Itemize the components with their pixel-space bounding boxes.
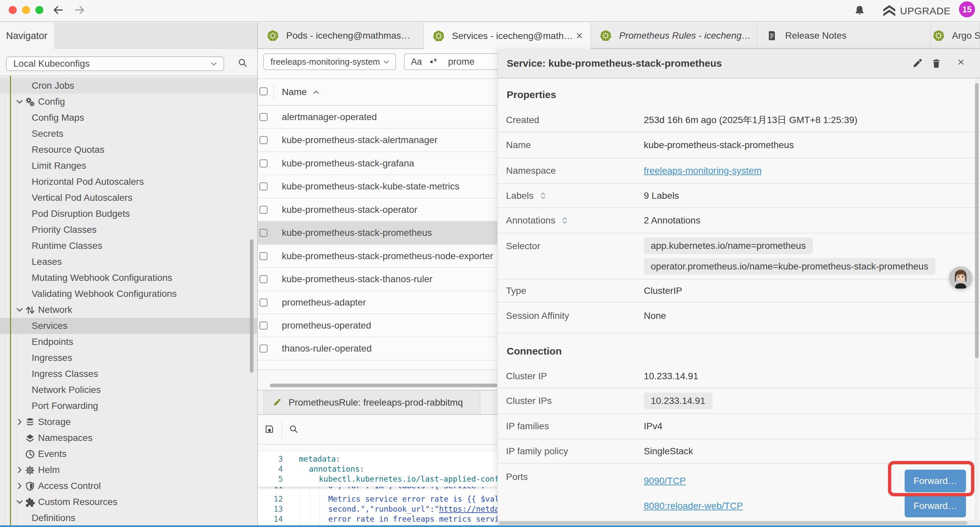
search-input[interactable]: Aa ▪* prome [404,53,501,70]
upgrade-icon[interactable] [882,4,897,18]
row-checkbox[interactable] [259,275,267,283]
row-checkbox[interactable] [259,322,267,330]
kubeconfig-select[interactable]: Local Kubeconfigs [6,56,224,71]
drawer-delete-button[interactable] [931,58,942,69]
sidebar-item-helm[interactable]: Helm [0,462,257,478]
namespaces-layers-icon [25,433,35,444]
tab-argo[interactable]: Argo Se [931,23,980,48]
forward-button-8080[interactable]: Forward… [905,495,966,517]
drawer-edit-button[interactable] [912,58,923,69]
sidebar-search-button[interactable] [237,58,248,68]
sidebar-item-limit-ranges[interactable]: Limit Ranges [0,158,257,174]
tree-right-chevron-icon[interactable] [15,481,25,491]
sidebar-item-validating-webhook-configurations[interactable]: Validating Webhook Configurations [0,286,257,302]
sidebar-item-custom-resources[interactable]: Custom Resources [0,494,257,510]
sidebar-item-label: Definitions [32,513,75,523]
sidebar-item-horizontal-pod-autoscalers[interactable]: Horizontal Pod Autoscalers [0,174,257,190]
expand-toggle[interactable] [561,215,570,226]
row-checkbox[interactable] [259,206,267,214]
sidebar-item-resource-quotas[interactable]: Resource Quotas [0,142,257,158]
row-checkbox[interactable] [259,299,267,307]
sort-caret-icon[interactable] [312,88,320,96]
history-forward-button[interactable] [74,4,86,16]
sidebar-item-vertical-pod-autoscalers[interactable]: Vertical Pod Autoscalers [0,190,257,206]
tab-close-button[interactable] [575,31,584,40]
sidebar-item-network-policies[interactable]: Network Policies [0,382,257,398]
expand-toggle[interactable] [539,191,548,201]
sidebar-item-endpoints[interactable]: Endpoints [0,334,257,350]
search-icon [289,424,299,434]
sidebar-item-priority-classes[interactable]: Priority Classes [0,222,257,238]
row-checkbox[interactable] [259,229,267,237]
tree-down-chevron-icon[interactable] [15,305,25,315]
port-link-8080[interactable]: 8080:reloader-web/TCP [644,501,743,511]
sidebar-item-runtime-classes[interactable]: Runtime Classes [0,238,257,254]
traffic-light-minimize[interactable] [22,6,30,14]
service-name: prometheus-operated [282,314,371,337]
tab-services[interactable]: Services - icecheng@math… [424,23,591,49]
editor-search-button[interactable] [289,424,299,434]
sidebar-item-storage[interactable]: Storage [0,414,257,430]
namespace-select-value: freeleaps-monitoring-system [270,57,380,67]
sidebar-item-mutating-webhook-configurations[interactable]: Mutating Webhook Configurations [0,270,257,286]
traffic-light-close[interactable] [9,6,17,14]
row-checkbox[interactable] [259,113,267,121]
tree-down-chevron-icon[interactable] [15,97,25,107]
sidebar-item-config[interactable]: Config [0,94,257,110]
sidebar-item-namespaces[interactable]: Namespaces [0,430,257,446]
tree-down-chevron-icon[interactable] [15,497,25,507]
upgrade-chevrons-icon [882,4,897,18]
tab-release-notes[interactable]: Release Notes [757,23,931,48]
drawer-close-button[interactable] [957,58,968,69]
history-back-button[interactable] [52,4,64,16]
drawer-hscrollbar-thumb[interactable] [499,521,967,525]
sidebar-item-network[interactable]: Network [0,302,257,318]
notifications-bell-button[interactable] [854,5,865,16]
regex-toggle[interactable]: ▪* [430,57,437,67]
save-button[interactable] [264,424,275,434]
toolbar-divider [282,420,282,438]
line-number: 5 [258,474,283,484]
row-checkbox[interactable] [259,159,267,167]
tab-prometheus-rules[interactable]: Prometheus Rules - icecheng… [591,23,757,48]
sidebar-item-definitions[interactable]: Definitions [0,510,257,526]
namespace-link[interactable]: freeleaps-monitoring-system [644,166,762,176]
sidebar-item-ingresses[interactable]: Ingresses [0,350,257,366]
sidebar-item-leases[interactable]: Leases [0,254,257,270]
sidebar-item-services[interactable]: Services [0,318,257,334]
hscrollbar-thumb[interactable] [270,384,497,387]
row-checkbox[interactable] [259,182,267,191]
sidebar-item-port-forwarding[interactable]: Port Forwarding [0,398,257,414]
sidebar-item-pod-disruption-budgets[interactable]: Pod Disruption Budgets [0,206,257,222]
tree-right-chevron-icon[interactable] [15,417,25,427]
sidebar-scrollbar-thumb[interactable] [250,239,253,373]
upgrade-button[interactable]: UPGRADE [900,0,951,22]
sidebar-item-events[interactable]: Events [0,446,257,462]
traffic-light-zoom[interactable] [35,6,43,14]
sidebar-item-ingress-classes[interactable]: Ingress Classes [0,366,257,382]
avatar[interactable] [949,266,973,290]
tree-right-chevron-icon[interactable] [15,465,25,475]
notification-count-badge[interactable]: 15 [959,2,975,18]
sidebar-item-access-control[interactable]: Access Control [0,478,257,494]
row-checkbox[interactable] [259,345,267,353]
sidebar-item-config-maps[interactable]: Config Maps [0,110,257,126]
service-name: kube-prometheus-stack-kube-state-metrics [282,175,459,198]
row-checkbox[interactable] [259,252,267,260]
sidebar-item-cron-jobs[interactable]: Cron Jobs [0,78,257,94]
namespace-select[interactable]: freeleaps-monitoring-system [263,53,396,70]
chevron-down-icon [15,97,25,107]
port-link-9090[interactable]: 9090/TCP [644,476,686,486]
drawer-vscrollbar-thumb[interactable] [975,83,978,358]
dock-tab-prometheusrule[interactable]: PrometheusRule: freeleaps-prod-rabbitmq [264,390,480,414]
drawer-label-cell: Namespace [498,158,644,183]
sidebar-item-secrets[interactable]: Secrets [0,126,257,142]
drawer-value-cell: 9 Labels [644,184,980,207]
tab-pods[interactable]: Pods - icecheng@mathmas… [258,23,424,48]
column-header-name[interactable]: Name [282,79,307,105]
row-checkbox[interactable] [259,136,267,144]
drawer-row-label: Ports [506,471,528,482]
sidebar-item-label: Helm [38,465,60,475]
match-case-toggle[interactable]: Aa [411,57,422,67]
select-all-checkbox[interactable] [259,88,267,96]
